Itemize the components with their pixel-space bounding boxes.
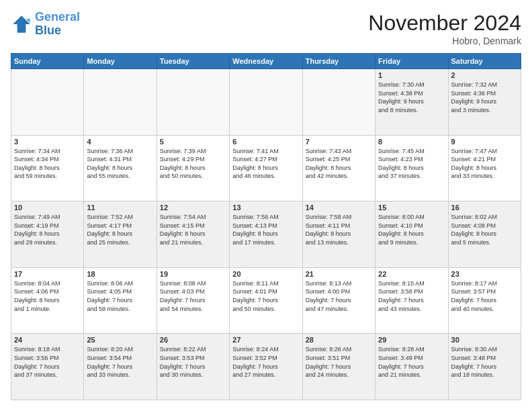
day-number: 22 bbox=[378, 270, 445, 278]
calendar-cell: 15Sunrise: 8:00 AMSunset: 4:10 PMDayligh… bbox=[375, 201, 448, 268]
col-wednesday: Wednesday bbox=[230, 54, 302, 69]
day-info: Sunrise: 8:30 AMSunset: 3:48 PMDaylight:… bbox=[451, 345, 518, 379]
day-number: 27 bbox=[232, 336, 299, 344]
day-number: 14 bbox=[306, 203, 372, 212]
day-number: 3 bbox=[14, 138, 81, 146]
calendar-cell: 17Sunrise: 8:04 AMSunset: 4:06 PMDayligh… bbox=[11, 267, 84, 334]
calendar-cell bbox=[302, 69, 375, 136]
calendar-cell bbox=[84, 69, 157, 136]
day-info: Sunrise: 8:13 AMSunset: 4:00 PMDaylight:… bbox=[306, 279, 372, 313]
day-info: Sunrise: 8:06 AMSunset: 4:05 PMDaylight:… bbox=[87, 279, 153, 313]
calendar-cell: 28Sunrise: 8:26 AMSunset: 3:51 PMDayligh… bbox=[302, 334, 375, 400]
calendar-cell: 23Sunrise: 8:17 AMSunset: 3:57 PMDayligh… bbox=[448, 267, 521, 334]
day-number: 12 bbox=[160, 203, 226, 212]
calendar-cell: 29Sunrise: 8:28 AMSunset: 3:49 PMDayligh… bbox=[375, 334, 448, 400]
day-info: Sunrise: 8:08 AMSunset: 4:03 PMDaylight:… bbox=[160, 279, 226, 313]
day-info: Sunrise: 7:32 AMSunset: 4:36 PMDaylight:… bbox=[451, 81, 518, 114]
calendar-cell: 13Sunrise: 7:56 AMSunset: 4:13 PMDayligh… bbox=[230, 201, 302, 268]
calendar-cell: 11Sunrise: 7:52 AMSunset: 4:17 PMDayligh… bbox=[84, 201, 157, 268]
calendar-cell: 7Sunrise: 7:43 AMSunset: 4:25 PMDaylight… bbox=[302, 135, 375, 201]
day-info: Sunrise: 8:11 AMSunset: 4:01 PMDaylight:… bbox=[232, 279, 299, 313]
day-info: Sunrise: 7:45 AMSunset: 4:23 PMDaylight:… bbox=[378, 147, 445, 181]
calendar-cell: 26Sunrise: 8:22 AMSunset: 3:53 PMDayligh… bbox=[157, 334, 229, 400]
logo-icon bbox=[11, 13, 32, 35]
day-number: 24 bbox=[14, 336, 81, 344]
day-info: Sunrise: 8:24 AMSunset: 3:52 PMDaylight:… bbox=[232, 345, 299, 379]
calendar-cell: 1Sunrise: 7:30 AMSunset: 4:38 PMDaylight… bbox=[375, 69, 448, 136]
day-number: 10 bbox=[14, 203, 81, 212]
page: General Blue November 2024 Hobro, Denmar… bbox=[0, 0, 532, 411]
day-number: 20 bbox=[232, 270, 299, 278]
day-number: 11 bbox=[87, 203, 153, 212]
day-info: Sunrise: 7:58 AMSunset: 4:11 PMDaylight:… bbox=[306, 213, 372, 246]
calendar-table: Sunday Monday Tuesday Wednesday Thursday… bbox=[11, 53, 521, 400]
day-number: 28 bbox=[306, 336, 372, 344]
day-info: Sunrise: 7:30 AMSunset: 4:38 PMDaylight:… bbox=[378, 81, 445, 114]
day-number: 6 bbox=[232, 138, 299, 146]
calendar-cell bbox=[157, 69, 229, 136]
day-number: 15 bbox=[378, 203, 445, 212]
day-info: Sunrise: 8:04 AMSunset: 4:06 PMDaylight:… bbox=[14, 279, 81, 313]
day-info: Sunrise: 8:02 AMSunset: 4:08 PMDaylight:… bbox=[451, 213, 518, 246]
col-sunday: Sunday bbox=[11, 54, 84, 69]
calendar-cell: 27Sunrise: 8:24 AMSunset: 3:52 PMDayligh… bbox=[230, 334, 302, 400]
day-number: 7 bbox=[306, 138, 372, 146]
day-info: Sunrise: 7:54 AMSunset: 4:15 PMDaylight:… bbox=[160, 213, 226, 246]
day-info: Sunrise: 7:47 AMSunset: 4:21 PMDaylight:… bbox=[451, 147, 518, 181]
day-info: Sunrise: 8:22 AMSunset: 3:53 PMDaylight:… bbox=[160, 345, 226, 379]
calendar-cell: 21Sunrise: 8:13 AMSunset: 4:00 PMDayligh… bbox=[302, 267, 375, 334]
calendar-cell: 20Sunrise: 8:11 AMSunset: 4:01 PMDayligh… bbox=[230, 267, 302, 334]
col-monday: Monday bbox=[84, 54, 157, 69]
day-number: 30 bbox=[451, 336, 518, 344]
day-info: Sunrise: 7:56 AMSunset: 4:13 PMDaylight:… bbox=[232, 213, 299, 246]
calendar-week-row: 1Sunrise: 7:30 AMSunset: 4:38 PMDaylight… bbox=[11, 69, 521, 136]
calendar-cell: 22Sunrise: 8:15 AMSunset: 3:58 PMDayligh… bbox=[375, 267, 448, 334]
day-info: Sunrise: 8:15 AMSunset: 3:58 PMDaylight:… bbox=[378, 279, 445, 313]
day-info: Sunrise: 7:36 AMSunset: 4:31 PMDaylight:… bbox=[87, 147, 153, 181]
day-number: 19 bbox=[160, 270, 226, 278]
day-number: 23 bbox=[451, 270, 518, 278]
day-number: 25 bbox=[87, 336, 153, 344]
month-title: November 2024 bbox=[368, 11, 521, 36]
day-info: Sunrise: 8:18 AMSunset: 3:56 PMDaylight:… bbox=[14, 345, 81, 379]
col-friday: Friday bbox=[375, 54, 448, 69]
day-number: 21 bbox=[306, 270, 372, 278]
title-block: November 2024 Hobro, Denmark bbox=[368, 11, 521, 46]
day-info: Sunrise: 8:17 AMSunset: 3:57 PMDaylight:… bbox=[451, 279, 518, 313]
calendar-cell bbox=[11, 69, 84, 136]
calendar-cell: 10Sunrise: 7:49 AMSunset: 4:19 PMDayligh… bbox=[11, 201, 84, 268]
day-info: Sunrise: 7:52 AMSunset: 4:17 PMDaylight:… bbox=[87, 213, 153, 246]
calendar-cell: 12Sunrise: 7:54 AMSunset: 4:15 PMDayligh… bbox=[157, 201, 229, 268]
calendar-cell: 3Sunrise: 7:34 AMSunset: 4:34 PMDaylight… bbox=[11, 135, 84, 201]
day-number: 16 bbox=[451, 203, 518, 212]
day-info: Sunrise: 8:26 AMSunset: 3:51 PMDaylight:… bbox=[306, 345, 372, 379]
day-number: 13 bbox=[232, 203, 299, 212]
calendar-cell bbox=[230, 69, 302, 136]
location: Hobro, Denmark bbox=[368, 36, 521, 46]
calendar-header-row: Sunday Monday Tuesday Wednesday Thursday… bbox=[11, 54, 521, 69]
calendar-week-row: 17Sunrise: 8:04 AMSunset: 4:06 PMDayligh… bbox=[11, 267, 521, 334]
day-number: 4 bbox=[87, 138, 153, 146]
col-thursday: Thursday bbox=[302, 54, 375, 69]
calendar-cell: 8Sunrise: 7:45 AMSunset: 4:23 PMDaylight… bbox=[375, 135, 448, 201]
day-number: 9 bbox=[451, 138, 518, 146]
day-info: Sunrise: 8:28 AMSunset: 3:49 PMDaylight:… bbox=[378, 345, 445, 379]
day-number: 18 bbox=[87, 270, 153, 278]
calendar-cell: 30Sunrise: 8:30 AMSunset: 3:48 PMDayligh… bbox=[448, 334, 521, 400]
calendar-cell: 6Sunrise: 7:41 AMSunset: 4:27 PMDaylight… bbox=[230, 135, 302, 201]
calendar-cell: 2Sunrise: 7:32 AMSunset: 4:36 PMDaylight… bbox=[448, 69, 521, 136]
day-number: 1 bbox=[378, 71, 445, 79]
day-info: Sunrise: 7:34 AMSunset: 4:34 PMDaylight:… bbox=[14, 147, 81, 181]
calendar-week-row: 24Sunrise: 8:18 AMSunset: 3:56 PMDayligh… bbox=[11, 334, 521, 400]
calendar-week-row: 10Sunrise: 7:49 AMSunset: 4:19 PMDayligh… bbox=[11, 201, 521, 268]
calendar-cell: 9Sunrise: 7:47 AMSunset: 4:21 PMDaylight… bbox=[448, 135, 521, 201]
calendar-week-row: 3Sunrise: 7:34 AMSunset: 4:34 PMDaylight… bbox=[11, 135, 521, 201]
header: General Blue November 2024 Hobro, Denmar… bbox=[11, 11, 521, 46]
day-info: Sunrise: 7:49 AMSunset: 4:19 PMDaylight:… bbox=[14, 213, 81, 246]
day-info: Sunrise: 7:41 AMSunset: 4:27 PMDaylight:… bbox=[232, 147, 299, 181]
calendar-cell: 18Sunrise: 8:06 AMSunset: 4:05 PMDayligh… bbox=[84, 267, 157, 334]
day-number: 29 bbox=[378, 336, 445, 344]
col-saturday: Saturday bbox=[448, 54, 521, 69]
logo-text: General Blue bbox=[35, 11, 80, 38]
day-number: 8 bbox=[378, 138, 445, 146]
